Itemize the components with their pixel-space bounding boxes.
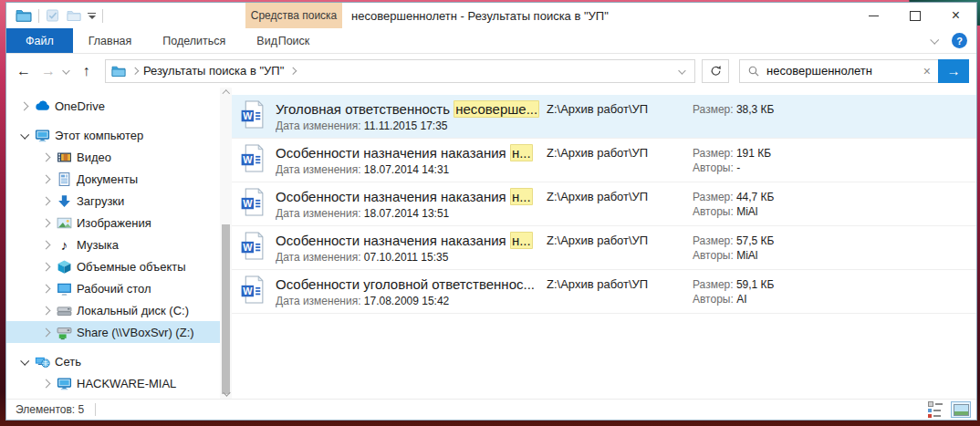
expand-chevron-icon[interactable] [42, 174, 51, 183]
tree-gap [6, 117, 232, 124]
sidebar-item-onedrive[interactable]: OneDrive [6, 95, 232, 117]
sidebar-item-music[interactable]: ♪ Музыка [6, 234, 232, 255]
new-folder-icon[interactable] [67, 8, 81, 23]
breadcrumb[interactable]: Результаты поиска в "УП" [105, 59, 696, 83]
desktop-icon [57, 281, 72, 296]
file-path: Z:\Архив работ\УП [547, 188, 693, 203]
close-icon: × [952, 8, 960, 23]
breadcrumb-chevron-icon[interactable] [130, 68, 138, 75]
refresh-icon [709, 64, 723, 78]
word-file-icon [241, 188, 264, 216]
this-pc-icon [35, 128, 50, 143]
collapse-chevron-icon[interactable] [20, 356, 29, 365]
contextual-tab-header: Средства поиска [245, 3, 342, 28]
expand-ribbon-chevron-icon[interactable] [930, 36, 939, 45]
file-path: Z:\Архив работ\УП [547, 144, 693, 160]
sidebar-item-network[interactable]: Сеть [6, 350, 232, 372]
expand-chevron-icon[interactable] [42, 218, 51, 227]
network-drive-icon [57, 325, 72, 340]
videos-icon [57, 150, 72, 165]
file-date: Дата изменения: 11.11.2015 17:35 [276, 119, 547, 132]
status-bar: Элементов: 5 [6, 399, 976, 420]
sidebar-item-documents[interactable]: Документы [6, 168, 232, 190]
collapse-chevron-icon[interactable] [20, 130, 29, 139]
tab-home[interactable]: Главная [73, 28, 148, 53]
documents-icon [57, 171, 72, 187]
clear-search-icon[interactable]: × [916, 64, 938, 78]
sidebar-scrollbar[interactable] [220, 88, 232, 399]
up-button[interactable]: ↑ [77, 64, 97, 78]
expand-chevron-icon[interactable] [42, 196, 51, 205]
thumbnails-view-button[interactable] [951, 401, 971, 418]
separator [102, 9, 103, 23]
file-row[interactable]: Особенности назначения наказания н... Да… [232, 139, 976, 182]
expand-chevron-icon[interactable] [42, 306, 51, 315]
expand-chevron-icon[interactable] [20, 101, 29, 110]
sidebar-item-3d-objects[interactable]: Объемные объекты [6, 255, 232, 277]
address-bar: ← → ↑ Результаты поиска в "УП" × → [6, 54, 976, 88]
title-bar: Средства поиска несовершеннолетн - Резул… [6, 3, 976, 28]
sidebar-item-desktop[interactable]: Рабочий стол [6, 277, 232, 299]
recent-locations-chevron-icon[interactable] [63, 67, 70, 74]
file-path: Z:\Архив работ\УП [547, 232, 693, 247]
details-view-button[interactable] [925, 401, 945, 418]
breadcrumb-chevron-icon[interactable] [289, 68, 297, 75]
back-button[interactable]: ← [14, 64, 34, 78]
search-box[interactable]: × → [739, 59, 969, 83]
file-row[interactable]: Особенности назначения наказания н... Да… [232, 182, 976, 226]
search-term-highlight: несоверше... [454, 100, 539, 118]
scroll-up-icon[interactable] [223, 90, 230, 98]
help-button[interactable]: ? [952, 33, 967, 48]
file-date: Дата изменения: 18.07.2014 13:51 [276, 207, 547, 220]
sidebar-item-hackware-mial[interactable]: HACKWARE-MIAL [6, 372, 232, 394]
separator [38, 9, 39, 23]
expand-chevron-icon[interactable] [42, 152, 51, 161]
sidebar-item-local-disk-c[interactable]: Локальный диск (C:) [6, 299, 232, 321]
file-date: Дата изменения: 18.07.2014 14:31 [276, 163, 547, 176]
file-size: Размер: 44,7 КБ [693, 190, 774, 204]
music-icon: ♪ [57, 237, 72, 253]
downloads-icon [57, 193, 72, 209]
sidebar-item-this-pc[interactable]: Этот компьютер [6, 124, 232, 146]
sidebar-item-downloads[interactable]: Загрузки [6, 190, 232, 212]
minimize-button[interactable] [853, 3, 894, 28]
forward-button[interactable]: → [38, 64, 58, 78]
file-authors: Авторы: MiAl [693, 204, 774, 219]
address-dropdown-chevron-icon[interactable] [678, 67, 685, 74]
navigation-pane: OneDrive Этот компьютер Видео Документы [6, 88, 232, 399]
sidebar-item-videos[interactable]: Видео [6, 146, 232, 168]
refresh-button[interactable] [702, 59, 729, 83]
thumbnails-view-icon [954, 404, 969, 416]
search-go-button[interactable]: → [938, 59, 969, 83]
tab-search[interactable]: Поиск [245, 28, 342, 53]
maximize-button[interactable] [894, 3, 935, 28]
properties-icon[interactable] [46, 8, 60, 23]
word-file-icon [241, 100, 264, 129]
tab-share[interactable]: Поделиться [147, 28, 241, 53]
search-term-highlight: н... [510, 188, 533, 205]
file-path: Z:\Архив работ\УП [547, 275, 693, 291]
sidebar-item-pictures[interactable]: Изображения [6, 212, 232, 234]
file-row[interactable]: Уголовная ответственность несоверше... Д… [232, 95, 976, 139]
search-term-highlight: н... [510, 144, 533, 161]
file-row[interactable]: Особенности назначения наказания н... Да… [232, 226, 976, 270]
breadcrumb-location[interactable]: Результаты поиска в "УП" [143, 64, 284, 78]
quick-access-toolbar [6, 7, 103, 24]
explorer-icon [16, 7, 32, 24]
expand-chevron-icon[interactable] [42, 262, 51, 271]
expand-chevron-icon[interactable] [42, 240, 51, 249]
file-row[interactable]: Особенности уголовной ответственнос... Д… [232, 270, 976, 314]
scrollbar-thumb[interactable] [222, 224, 230, 394]
sidebar-item-share-z[interactable]: Share (\\VBoxSvr) (Z:) [6, 321, 232, 343]
file-list: Уголовная ответственность несоверше... Д… [232, 88, 976, 399]
search-input[interactable] [766, 64, 916, 78]
file-name: Особенности назначения наказания н... [276, 188, 547, 205]
tab-file[interactable]: Файл [6, 28, 73, 53]
expand-chevron-icon[interactable] [42, 327, 51, 337]
ribbon-tab-row: Файл Главная Поделиться Вид Поиск ? [6, 28, 976, 54]
expand-chevron-icon[interactable] [42, 379, 51, 388]
file-name: Уголовная ответственность несоверше... [276, 100, 547, 118]
expand-chevron-icon[interactable] [42, 284, 51, 293]
customize-qat-icon[interactable] [88, 13, 96, 19]
close-button[interactable]: × [935, 3, 976, 28]
